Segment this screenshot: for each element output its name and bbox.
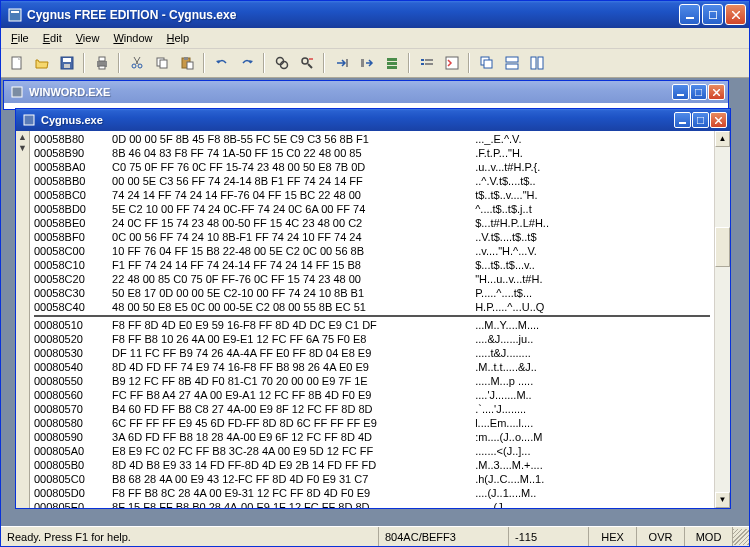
child-minimize-button[interactable] <box>672 84 689 100</box>
hex-row[interactable]: 00080580 6C FF FF FF E9 45 6D FD-FF 8D 8… <box>34 416 710 430</box>
hex-row[interactable]: 00058C00 10 FF 76 04 FF 15 B8 22-48 00 5… <box>34 244 710 258</box>
document-icon <box>21 112 37 128</box>
hex-bytes: 22 48 00 85 C0 75 0F FF-76 0C FF 15 74 2… <box>106 272 466 286</box>
hex-row[interactable]: 000805D0 F8 FF B8 8C 28 4A 00 E9-31 12 F… <box>34 486 710 500</box>
scrollbar-track[interactable] <box>715 147 730 492</box>
properties-button[interactable] <box>440 52 463 74</box>
hex-row[interactable]: 00080530 DF 11 FC FF B9 74 26 4A-4A FF E… <box>34 346 710 360</box>
hex-row[interactable]: 00058C40 48 00 50 E8 E5 0C 00 00-5E C2 0… <box>34 300 710 314</box>
goto-button[interactable] <box>330 52 353 74</box>
save-button[interactable] <box>55 52 78 74</box>
copy-button[interactable] <box>150 52 173 74</box>
child-minimize-button[interactable] <box>674 112 691 128</box>
options-button[interactable] <box>415 52 438 74</box>
hex-bytes: B4 60 FD FF B8 C8 27 4A-00 E9 8F 12 FC F… <box>106 402 466 416</box>
print-button[interactable] <box>90 52 113 74</box>
hex-row[interactable]: 00080540 8D 4D FD FF 74 E9 74 16-F8 FF B… <box>34 360 710 374</box>
hex-row[interactable]: 00080590 3A 6D FD FF B8 18 28 4A-00 E9 6… <box>34 430 710 444</box>
scrollbar-thumb[interactable] <box>715 227 730 267</box>
scroll-down-icon[interactable]: ▼ <box>18 143 28 153</box>
resize-grip[interactable] <box>733 529 749 545</box>
tile-vertical-button[interactable] <box>525 52 548 74</box>
menu-window[interactable]: Window <box>107 30 158 46</box>
hex-row[interactable]: 00080560 FC FF B8 A4 27 4A 00 E9-A1 12 F… <box>34 388 710 402</box>
menu-edit[interactable]: Edit <box>37 30 68 46</box>
hex-row[interactable]: 00058BD0 5E C2 10 00 FF 74 24 0C-FF 74 2… <box>34 202 710 216</box>
hex-row[interactable]: 00058B80 0D 00 00 5F 8B 45 F8 8B-55 FC 5… <box>34 132 710 146</box>
child-titlebar-winword[interactable]: WINWORD.EXE <box>4 81 728 103</box>
menu-view[interactable]: View <box>70 30 106 46</box>
close-button[interactable] <box>725 4 746 25</box>
toolbar <box>1 49 749 78</box>
hex-row[interactable]: 00058BB0 00 00 5E C3 56 FF 74 24-14 8B F… <box>34 174 710 188</box>
tile-horizontal-button[interactable] <box>500 52 523 74</box>
open-button[interactable] <box>30 52 53 74</box>
hex-row[interactable]: 000805A0 E8 E9 FC 02 FC FF B8 3C-28 4A 0… <box>34 444 710 458</box>
hex-bytes: F8 FF B8 10 26 4A 00 E9-E1 12 FC FF 6A 7… <box>106 332 466 346</box>
hex-bytes: 8D 4D B8 E9 33 14 FD FF-8D 4D E9 2B 14 F… <box>106 458 466 472</box>
hex-row[interactable]: 00080520 F8 FF B8 10 26 4A 00 E9-E1 12 F… <box>34 332 710 346</box>
cut-button[interactable] <box>125 52 148 74</box>
hex-row[interactable]: 00058BF0 0C 00 56 FF 74 24 10 8B-F1 FF 7… <box>34 230 710 244</box>
child-maximize-button[interactable] <box>690 84 707 100</box>
hex-address: 000805C0 <box>34 472 106 486</box>
child-close-button[interactable] <box>710 112 727 128</box>
svg-rect-17 <box>187 62 193 69</box>
goto-address-button[interactable] <box>355 52 378 74</box>
child-maximize-button[interactable] <box>692 112 709 128</box>
hex-row[interactable]: 00080510 F8 FF 8D 4D E0 E9 59 16-F8 FF 8… <box>34 318 710 332</box>
scrollbar-up-button[interactable]: ▲ <box>715 131 730 147</box>
svg-rect-16 <box>184 57 188 60</box>
hex-row[interactable]: 000805E0 8F 15 F8 FF B8 B0 28 4A-00 E9 1… <box>34 500 710 508</box>
main-titlebar[interactable]: Cygnus FREE EDITION - Cygnus.exe <box>1 1 749 28</box>
svg-rect-32 <box>484 60 492 68</box>
hex-ascii: ..^.V.t$....t$.. <box>466 174 710 188</box>
child-titlebar-cygnus[interactable]: Cygnus.exe <box>16 109 730 131</box>
menu-file[interactable]: File <box>5 30 35 46</box>
hex-bytes: 48 00 50 E8 E5 0C 00 00-5E C2 08 00 55 8… <box>106 300 466 314</box>
hex-bytes: 0D 00 00 5F 8B 45 F8 8B-55 FC 5E C9 C3 5… <box>106 132 466 146</box>
hex-row[interactable]: 00058BA0 C0 75 0F FF 76 0C FF 15-74 23 4… <box>34 160 710 174</box>
hex-row[interactable]: 00058B90 8B 46 04 83 F8 FF 74 1A-50 FF 1… <box>34 146 710 160</box>
bookmark-button[interactable] <box>380 52 403 74</box>
hex-row[interactable]: 00058C20 22 48 00 85 C0 75 0F FF-76 0C F… <box>34 272 710 286</box>
hex-view[interactable]: 00058B80 0D 00 00 5F 8B 45 F8 8B-55 FC 5… <box>30 131 714 508</box>
menu-help[interactable]: Help <box>161 30 196 46</box>
child-window-cygnus: Cygnus.exe ▲ ▼ 00058B80 0D 00 00 5F 8B 4… <box>15 108 731 509</box>
find-next-button[interactable] <box>295 52 318 74</box>
minimize-button[interactable] <box>679 4 700 25</box>
svg-point-18 <box>276 58 283 65</box>
statusbar: Ready. Press F1 for help. 804AC/BEFF3 -1… <box>1 526 749 546</box>
hex-bytes: 24 0C FF 15 74 23 48 00-50 FF 15 4C 23 4… <box>106 216 466 230</box>
hex-row[interactable]: 00058BE0 24 0C FF 15 74 23 48 00-50 FF 1… <box>34 216 710 230</box>
child-title: WINWORD.EXE <box>29 86 672 98</box>
hex-bytes: F8 FF B8 8C 28 4A 00 E9-31 12 FC FF 8D 4… <box>106 486 466 500</box>
hex-address: 00058C20 <box>34 272 106 286</box>
svg-point-12 <box>138 64 142 68</box>
hex-row[interactable]: 00058BC0 74 24 14 FF 74 24 14 FF-76 04 F… <box>34 188 710 202</box>
new-button[interactable] <box>5 52 28 74</box>
hex-address: 00080510 <box>34 318 106 332</box>
hex-ascii: $...t$..t$...v.. <box>466 258 710 272</box>
svg-rect-7 <box>64 64 70 68</box>
hex-row[interactable]: 00058C10 F1 FF 74 24 14 FF 74 24-14 FF 7… <box>34 258 710 272</box>
child-window-controls <box>674 112 727 128</box>
status-mod-flag: MOD <box>685 527 733 546</box>
cascade-button[interactable] <box>475 52 498 74</box>
hex-row[interactable]: 000805B0 8D 4D B8 E9 33 14 FD FF-8D 4D E… <box>34 458 710 472</box>
maximize-button[interactable] <box>702 4 723 25</box>
paste-button[interactable] <box>175 52 198 74</box>
redo-button[interactable] <box>235 52 258 74</box>
hex-row[interactable]: 000805C0 B8 68 28 4A 00 E9 43 12-FC FF 8… <box>34 472 710 486</box>
hex-row[interactable]: 00080550 B9 12 FC FF 8B 4D F0 81-C1 70 2… <box>34 374 710 388</box>
hex-row[interactable]: 00058C30 50 E8 17 0D 00 00 5E C2-10 00 F… <box>34 286 710 300</box>
undo-button[interactable] <box>210 52 233 74</box>
hex-row[interactable]: 00080570 B4 60 FD FF B8 C8 27 4A-00 E9 8… <box>34 402 710 416</box>
hex-bytes: 50 E8 17 0D 00 00 5E C2-10 00 FF 74 24 1… <box>106 286 466 300</box>
scrollbar-down-button[interactable]: ▼ <box>715 492 730 508</box>
find-button[interactable] <box>270 52 293 74</box>
child-close-button[interactable] <box>708 84 725 100</box>
status-hex-mode: HEX <box>589 527 637 546</box>
hex-address: 00080540 <box>34 360 106 374</box>
window-controls <box>679 4 746 25</box>
